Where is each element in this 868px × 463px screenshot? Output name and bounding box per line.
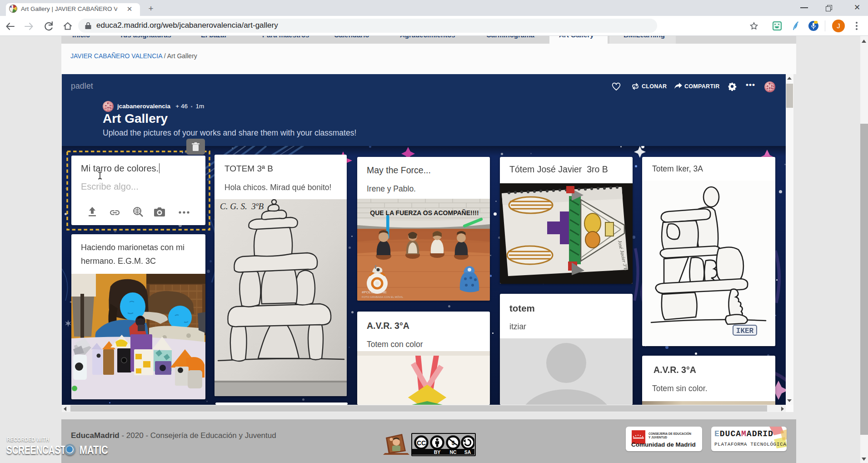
svg-text:EDUCAMADRID: EDUCAMADRID [714, 429, 773, 438]
svg-text:PLATAFORMA TECNOLÓGICA: PLATAFORMA TECNOLÓGICA [714, 441, 786, 447]
svg-text:IKER: IKER [736, 327, 754, 335]
svg-text:#POLOPHONE: #POLOPHONE [362, 290, 387, 294]
svg-text:CC: CC [417, 439, 426, 447]
svg-text:NC: NC [449, 449, 457, 455]
svg-text:C. G. S. 3ºB: C. G. S. 3ºB [220, 201, 264, 211]
svg-text:QUE LA FUERZA OS ACOMPAÑE!!!!: QUE LA FUERZA OS ACOMPAÑE!!!! [370, 209, 479, 216]
svg-text:BY: BY [434, 449, 441, 455]
svg-text:FOTO GRABADA CON EL MÓVIL: FOTO GRABADA CON EL MÓVIL [362, 296, 404, 298]
svg-text:SA: SA [464, 449, 471, 455]
